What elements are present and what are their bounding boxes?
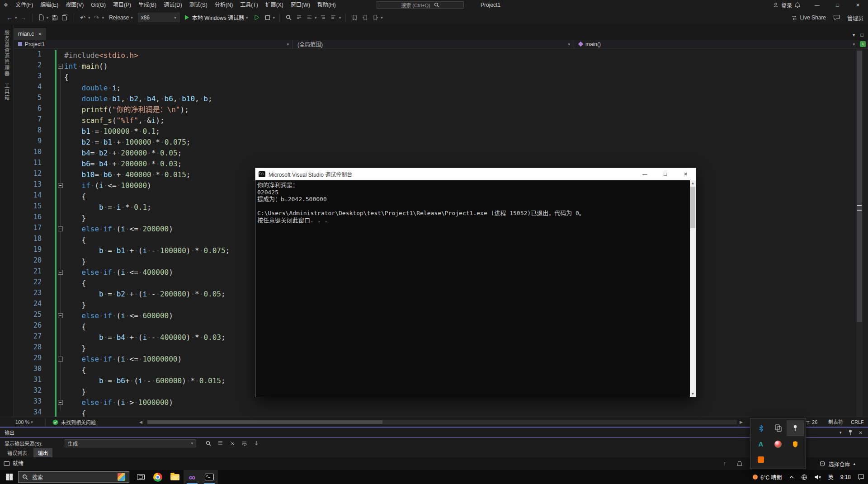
tool-window-tab[interactable]: 服务器资源管理器 [3, 30, 10, 77]
weather-widget[interactable]: 6°C 晴朗 [753, 473, 782, 481]
comment-dropdown-icon[interactable]: ▾ [315, 15, 317, 20]
clipboard-icon[interactable] [769, 420, 787, 436]
code-line[interactable]: } [64, 256, 230, 267]
redo-dropdown-icon[interactable]: ▾ [102, 15, 104, 20]
code-line[interactable]: else·if·(i·<=·10000000) [64, 354, 230, 365]
code-line[interactable]: else·if·(i·<=·200000) [64, 224, 230, 235]
code-line[interactable]: b·=·b6+·(i·-·600000)·*·0.015; [64, 376, 230, 386]
fold-toggle-icon[interactable] [58, 270, 63, 275]
word-wrap-icon[interactable] [241, 441, 247, 446]
scrollbar-thumb[interactable] [690, 187, 695, 228]
output-search-icon[interactable] [206, 441, 211, 446]
maximize-button[interactable]: □ [827, 0, 848, 10]
close-button[interactable]: ✕ [848, 0, 868, 10]
hscroll-right-arrow-icon[interactable]: ▶ [740, 417, 743, 427]
quick-search-box[interactable]: 搜索 (Ctrl+Q) [377, 1, 464, 9]
code-line[interactable]: scanf_s("%lf",·&i); [64, 115, 230, 126]
autoscroll-icon[interactable] [254, 441, 259, 446]
status-bell-icon[interactable] [737, 461, 742, 467]
navigate-forward-icon[interactable]: → [19, 13, 28, 23]
tab-close-icon[interactable]: ✕ [38, 32, 42, 37]
edit-dropdown-icon[interactable]: ▾ [339, 15, 341, 20]
menu-item[interactable]: 文件(F) [12, 0, 37, 10]
fold-toggle-icon[interactable] [58, 400, 63, 405]
menu-item[interactable]: Git(G) [87, 0, 109, 10]
tab-list-chevron-icon[interactable]: ▾ [853, 32, 855, 38]
scrollbar-thumb[interactable] [147, 420, 382, 424]
fold-toggle-icon[interactable] [58, 226, 63, 231]
network-icon[interactable] [801, 474, 807, 480]
editor-horizontal-scrollbar[interactable] [147, 420, 737, 424]
code-line[interactable]: b6=·b4·+·200000·*·0.03; [64, 159, 230, 169]
code-line[interactable]: b2·=·b1·+·100000·*·0.075; [64, 137, 230, 148]
pin-icon[interactable] [848, 429, 853, 436]
code-line[interactable]: b4=·b2·+·200000·*·0.05; [64, 148, 230, 159]
taskbar-search-box[interactable]: 搜索 [18, 471, 129, 483]
indentation-indicator[interactable]: 制表符 [828, 417, 843, 427]
target-dropdown-icon[interactable] [264, 13, 272, 23]
add-member-icon[interactable]: + [860, 41, 866, 47]
output-list-icon[interactable] [217, 441, 223, 446]
code-line[interactable]: } [64, 386, 230, 397]
code-line[interactable]: b10=·b6·+·400000·*·0.015; [64, 169, 230, 180]
comment-icon[interactable] [295, 13, 303, 23]
fold-toggle-icon[interactable] [58, 64, 63, 69]
undo-icon[interactable]: ↶ [79, 13, 87, 23]
menu-item[interactable]: 生成(B) [135, 0, 160, 10]
save-all-icon[interactable] [61, 13, 69, 23]
code-line[interactable]: b·=·i·*·0.1; [64, 202, 230, 213]
find-in-files-icon[interactable] [284, 13, 292, 23]
zoom-control[interactable]: 100 %▾ [15, 417, 33, 427]
console-taskbar-icon[interactable] [201, 470, 218, 484]
code-line[interactable]: { [64, 321, 230, 332]
start-without-debugging-icon[interactable] [253, 13, 261, 23]
previous-bookmark-icon[interactable] [361, 13, 369, 23]
console-close-button[interactable]: ✕ [675, 168, 696, 180]
code-line[interactable]: { [64, 278, 230, 289]
square-icon[interactable] [752, 452, 769, 467]
panel-close-icon[interactable]: ✕ [859, 430, 863, 435]
menu-item[interactable]: 扩展(X) [262, 0, 287, 10]
fold-toggle-icon[interactable] [58, 313, 63, 318]
code-line[interactable]: int·main() [64, 61, 230, 72]
project-dropdown[interactable]: Project1 ▾ [14, 40, 293, 48]
bottom-panel-tab[interactable]: 输出 [33, 448, 52, 457]
new-file-icon[interactable] [37, 13, 45, 23]
code-line[interactable]: b·=·b2·+·(i·-·200000)·*·0.05; [64, 289, 230, 300]
sign-in-button[interactable]: 登录 [773, 0, 800, 10]
menu-item[interactable]: 分析(N) [211, 0, 237, 10]
ime-indicator[interactable]: 英 [828, 473, 834, 481]
code-line[interactable]: { [64, 408, 230, 417]
menu-item[interactable]: 帮助(H) [314, 0, 340, 10]
code-line[interactable]: { [64, 72, 230, 83]
visual-studio-taskbar-icon[interactable] [184, 470, 201, 484]
app-a-icon[interactable]: A [752, 436, 769, 452]
code-line[interactable]: b·=·b4·+·(i·-·400000)·*·0.03; [64, 332, 230, 343]
code-line[interactable]: else·if·(i·<=·400000) [64, 267, 230, 278]
code-line[interactable]: double·b1,·b2,·b4,·b6,·b10,·b; [64, 94, 230, 104]
console-minimize-button[interactable]: — [635, 168, 655, 180]
float-window-icon[interactable]: □ [860, 32, 863, 38]
code-line[interactable]: else·if·(i·<=·600000) [64, 310, 230, 321]
file-explorer-taskbar-icon[interactable] [166, 470, 184, 484]
live-share-button[interactable]: Live Share [791, 14, 826, 21]
code-line[interactable]: #include<stdio.h> [64, 50, 230, 61]
shield-icon[interactable] [787, 436, 804, 452]
code-line[interactable]: b·=·b1·+·(i·-·100000)·*·0.075; [64, 245, 230, 256]
line-indicator[interactable]: 行: 26 [804, 417, 817, 427]
new-file-dropdown-icon[interactable]: ▾ [47, 15, 49, 20]
navigate-back-dropdown-icon[interactable]: ▾ [15, 15, 17, 20]
menu-item[interactable]: 测试(S) [186, 0, 211, 10]
tray-chevron-up-icon[interactable] [789, 475, 794, 479]
panel-chevron-icon[interactable]: ▾ [840, 430, 842, 435]
code-line[interactable]: { [64, 191, 230, 202]
scrollbar-thumb[interactable] [857, 51, 862, 322]
start-debugging-button[interactable]: 本地 Windows 调试器 ▾ [182, 14, 251, 21]
code-line[interactable]: { [64, 365, 230, 376]
document-tab[interactable]: mian.c ✕ [14, 28, 46, 40]
fold-toggle-icon[interactable] [58, 183, 63, 188]
menu-item[interactable]: 工具(T) [236, 0, 261, 10]
debug-console-window[interactable]: Microsoft Visual Studio 调试控制台 — □ ✕ 你的净利… [255, 168, 696, 397]
clear-output-icon[interactable] [230, 441, 235, 446]
fold-toggle-icon[interactable] [58, 357, 63, 362]
